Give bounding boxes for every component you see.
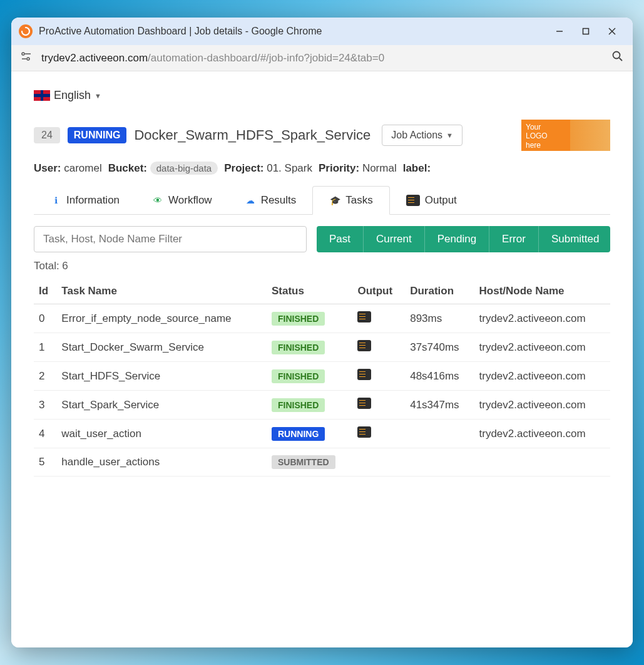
- status-badge: SUBMITTED: [272, 455, 335, 469]
- search-icon[interactable]: [611, 50, 624, 66]
- task-name-cell: Error_if_empty_node_source_name: [56, 304, 267, 333]
- status-badge: RUNNING: [272, 427, 325, 441]
- titlebar: ProActive Automation Dashboard | Job det…: [11, 18, 633, 45]
- status-badge: FINISHED: [272, 341, 325, 354]
- table-body: 0Error_if_empty_node_source_nameFINISHED…: [34, 304, 610, 477]
- table-row[interactable]: 0Error_if_empty_node_source_nameFINISHED…: [34, 304, 610, 333]
- output-icon: [406, 195, 420, 206]
- job-actions-label: Job Actions: [391, 130, 442, 141]
- tasks-table: IdTask NameStatusOutputDurationHost/Node…: [34, 279, 610, 477]
- col-header[interactable]: Id: [34, 279, 56, 304]
- tab-icon: ☁: [245, 195, 256, 206]
- col-header[interactable]: Output: [352, 279, 405, 304]
- tab-icon: ℹ: [50, 195, 61, 206]
- svg-rect-1: [583, 29, 589, 34]
- window-title: ProActive Automation Dashboard | Job det…: [39, 26, 546, 37]
- tab-icon: 🎓: [329, 195, 340, 206]
- tabs: ℹInformation👁Workflow☁Results🎓TasksOutpu…: [34, 186, 610, 215]
- job-id-chip: 24: [34, 127, 60, 143]
- table-row[interactable]: 5handle_user_actionsSUBMITTED: [34, 448, 610, 477]
- language-label: English: [54, 89, 91, 102]
- language-selector[interactable]: English ▼: [34, 89, 101, 102]
- svg-line-9: [620, 58, 623, 61]
- job-actions-button[interactable]: Job Actions ▼: [382, 125, 463, 146]
- tab-information[interactable]: ℹInformation: [34, 186, 136, 214]
- chevron-down-icon: ▼: [446, 131, 453, 139]
- total-count: Total: 6: [34, 260, 610, 272]
- logo-placeholder: Your LOGO here: [521, 120, 610, 151]
- output-icon[interactable]: [357, 398, 371, 409]
- filter-submitted-button[interactable]: Submitted: [538, 226, 610, 252]
- task-name-cell: Start_HDFS_Service: [56, 362, 267, 391]
- tab-results[interactable]: ☁Results: [228, 186, 313, 214]
- svg-point-4: [22, 53, 24, 55]
- col-header[interactable]: Status: [267, 279, 352, 304]
- col-header[interactable]: Host/Node Name: [474, 279, 610, 304]
- output-icon[interactable]: [357, 426, 371, 438]
- status-badge: FINISHED: [272, 369, 325, 383]
- output-icon[interactable]: [357, 311, 371, 322]
- task-name-cell: handle_user_actions: [56, 448, 267, 477]
- maximize-button[interactable]: [573, 21, 599, 41]
- tab-tasks[interactable]: 🎓Tasks: [312, 186, 389, 215]
- table-row[interactable]: 3Start_Spark_ServiceFINISHED41s347mstryd…: [34, 391, 610, 420]
- output-icon[interactable]: [357, 340, 371, 351]
- task-name-cell: Start_Docker_Swarm_Service: [56, 333, 267, 362]
- filter-pending-button[interactable]: Pending: [424, 226, 489, 252]
- tab-output[interactable]: Output: [390, 186, 473, 214]
- output-icon[interactable]: [357, 369, 371, 380]
- table-header-row: IdTask NameStatusOutputDurationHost/Node…: [34, 279, 610, 304]
- job-name: Docker_Swarm_HDFS_Spark_Service: [134, 127, 371, 143]
- col-header[interactable]: Task Name: [56, 279, 267, 304]
- task-name-cell: wait_user_action: [56, 420, 267, 448]
- status-filter-group: PastCurrentPendingErrorSubmitted: [317, 226, 610, 252]
- app-icon: [19, 24, 33, 38]
- bucket-tag[interactable]: data-big-data: [150, 162, 218, 175]
- url-host: trydev2.activeeon.com: [41, 52, 148, 64]
- filter-current-button[interactable]: Current: [363, 226, 424, 252]
- task-toolbar: PastCurrentPendingErrorSubmitted: [34, 226, 610, 252]
- task-filter-input[interactable]: [34, 226, 307, 252]
- job-status-chip: RUNNING: [68, 127, 127, 143]
- site-settings-icon[interactable]: [20, 50, 33, 66]
- flag-icon: [34, 90, 50, 101]
- page-content: English ▼ 24 RUNNING Docker_Swarm_HDFS_S…: [11, 71, 633, 647]
- status-badge: FINISHED: [272, 398, 325, 412]
- svg-point-6: [27, 58, 29, 60]
- job-header: 24 RUNNING Docker_Swarm_HDFS_Spark_Servi…: [34, 120, 610, 151]
- minimize-button[interactable]: [546, 21, 573, 41]
- url-path: /automation-dashboard/#/job-info?jobid=2…: [148, 52, 384, 64]
- status-badge: FINISHED: [272, 312, 325, 326]
- url-display[interactable]: trydev2.activeeon.com/automation-dashboa…: [41, 52, 603, 64]
- tab-workflow[interactable]: 👁Workflow: [136, 186, 228, 214]
- svg-point-8: [613, 52, 620, 59]
- table-row[interactable]: 2Start_HDFS_ServiceFINISHED48s416mstryde…: [34, 362, 610, 391]
- address-bar: trydev2.activeeon.com/automation-dashboa…: [11, 45, 633, 71]
- chevron-down-icon: ▼: [95, 92, 101, 100]
- col-header[interactable]: Duration: [405, 279, 474, 304]
- tab-icon: 👁: [152, 195, 163, 206]
- task-name-cell: Start_Spark_Service: [56, 391, 267, 420]
- table-row[interactable]: 1Start_Docker_Swarm_ServiceFINISHED37s74…: [34, 333, 610, 362]
- close-button[interactable]: [599, 21, 625, 41]
- table-row[interactable]: 4wait_user_actionRUNNINGtrydev2.activeeo…: [34, 420, 610, 448]
- job-meta: User: caromel Bucket: data-big-data Proj…: [34, 162, 610, 175]
- filter-past-button[interactable]: Past: [317, 226, 363, 252]
- filter-error-button[interactable]: Error: [489, 226, 538, 252]
- browser-window: ProActive Automation Dashboard | Job det…: [11, 18, 633, 647]
